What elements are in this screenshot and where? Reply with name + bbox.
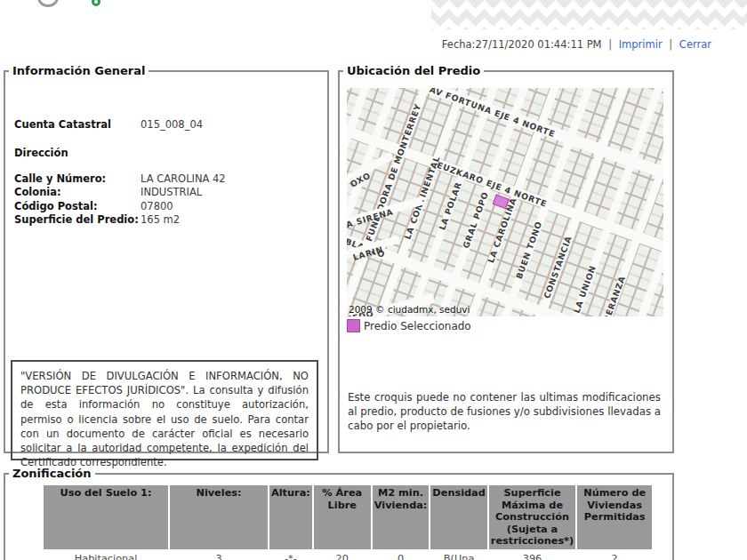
map-legend: Predio Seleccionado <box>347 319 471 332</box>
general-info-content: Cuenta Catastral 015_008_04 Dirección Ca… <box>5 77 327 228</box>
close-link[interactable]: Cerrar <box>679 38 711 51</box>
separator: | <box>608 38 612 51</box>
header-m2-min: M2 min. Vivienda: <box>373 485 430 549</box>
cell-altura: -*- <box>269 551 312 560</box>
superficie-row: Superficie del Predio: 165 m2 <box>14 213 320 228</box>
map-note: Este croquis puede no contener las ultim… <box>348 390 661 434</box>
logo-green-ring-icon <box>92 0 100 6</box>
colonia-label: Colonia: <box>14 186 141 200</box>
superficie-label: Superficie del Predio: <box>14 213 141 228</box>
codigo-postal-label: Código Postal: <box>14 200 141 214</box>
header-niveles: Niveles: <box>170 485 268 549</box>
print-link[interactable]: Imprimir <box>619 38 663 51</box>
header-densidad: Densidad <box>430 485 486 549</box>
cell-niveles: 3 <box>170 551 268 560</box>
zoning-panel: Zonificación Uso del Suelo 1: Niveles: A… <box>4 467 674 560</box>
header-zigzag-pattern <box>431 0 747 29</box>
cell-area-libre: 20 <box>314 551 371 560</box>
colonia-value: INDUSTRIAL <box>141 186 202 200</box>
general-info-legend: Información General <box>9 64 149 77</box>
cell-m2-min: 0 <box>373 551 430 560</box>
cuenta-catastral-value: 015_008_04 <box>141 118 203 132</box>
cuenta-catastral-label: Cuenta Catastral <box>14 118 141 132</box>
separator: | <box>669 38 672 51</box>
general-info-panel: Información General Cuenta Catastral 015… <box>4 64 329 453</box>
cell-superficie-maxima: 396 <box>489 551 575 560</box>
map-image: AV FORTUNA EJE 4 NORTE EUZKARO EJE 4 NOR… <box>347 88 663 316</box>
cell-densidad: B(Una vivienda <box>430 551 486 560</box>
topbar: Fecha:27/11/2020 01:44:11 PM | Imprimir … <box>442 38 711 51</box>
calle-numero-label: Calle y Número: <box>14 172 141 187</box>
calle-numero-value: LA CAROLINA 42 <box>141 172 226 187</box>
zoning-legend: Zonificación <box>9 467 95 480</box>
codigo-postal-row: Código Postal: 07800 <box>14 200 320 214</box>
cell-viviendas: 2 <box>577 551 652 560</box>
map-attribution: 2009 © ciudadmx, seduvi <box>349 304 470 315</box>
calle-numero-row: Calle y Número: LA CAROLINA 42 <box>14 172 320 187</box>
uso-value: Habitacional <box>44 553 167 560</box>
disclaimer-box: "VERSIÓN DE DIVULGACIÓN E INFORMACIÓN, N… <box>11 360 318 460</box>
location-panel: Ubicación del Predio <box>338 64 674 453</box>
zoning-header-row: Uso del Suelo 1: Niveles: Altura: % Área… <box>44 485 652 549</box>
page: Fecha:27/11/2020 01:44:11 PM | Imprimir … <box>0 0 747 560</box>
header-altura: Altura: <box>269 485 312 549</box>
location-legend: Ubicación del Predio <box>343 64 484 77</box>
direccion-label: Dirección <box>14 147 320 160</box>
header-uso-del-suelo: Uso del Suelo 1: <box>44 485 168 549</box>
table-row: Habitacional Ver Tabla de Uso 3 -*- 20 0… <box>44 551 652 560</box>
zoning-table: Uso del Suelo 1: Niveles: Altura: % Área… <box>42 484 654 560</box>
header-superficie-maxima: Superficie Máxima de Construcción (Sujet… <box>489 485 575 549</box>
codigo-postal-value: 07800 <box>141 200 173 214</box>
selected-parcel-swatch <box>347 319 360 332</box>
header-area-libre: % Área Libre <box>314 485 371 549</box>
map-legend-label: Predio Seleccionado <box>364 320 471 332</box>
map: AV FORTUNA EJE 4 NORTE EUZKARO EJE 4 NOR… <box>347 88 663 316</box>
cell-uso: Habitacional Ver Tabla de Uso <box>44 551 168 560</box>
date-label: Fecha:27/11/2020 01:44:11 PM <box>442 38 602 51</box>
superficie-value: 165 m2 <box>141 213 180 228</box>
header-num-viviendas: Número de Viviendas Permitidas <box>577 485 652 549</box>
logo-fragment-icon <box>37 0 59 7</box>
colonia-row: Colonia: INDUSTRIAL <box>14 186 320 200</box>
cuenta-catastral-row: Cuenta Catastral 015_008_04 <box>14 118 320 132</box>
